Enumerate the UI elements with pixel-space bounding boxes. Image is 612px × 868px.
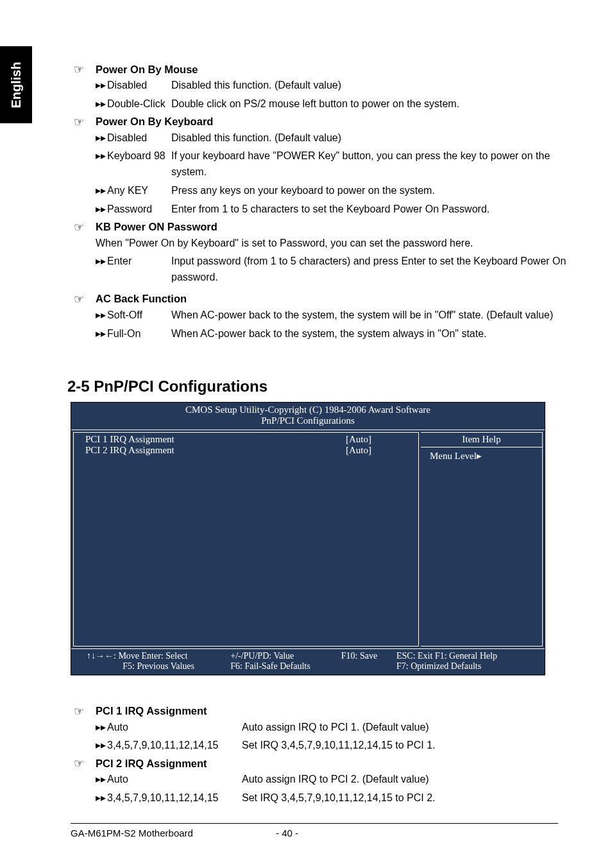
option-row: ▸▸ Password Enter from 1 to 5 characters…: [96, 202, 568, 218]
language-tab: English: [0, 46, 32, 123]
bios-screenshot: CMOS Setup Utility-Copyright (C) 1984-20…: [71, 402, 545, 675]
option-desc: When AC-power back to the system, the sy…: [171, 308, 568, 324]
option-label: Enter: [107, 254, 171, 286]
option-desc: Disabled this function. (Default value): [171, 130, 568, 146]
footer-product: GA-M61PM-S2 Motherboard: [71, 828, 276, 838]
bios-help-panel: Item Help Menu Level▸: [421, 432, 543, 647]
hand-icon: ☞: [74, 756, 88, 770]
option-row: ▸▸ Full-On When AC-power back to the sys…: [96, 326, 568, 342]
arrow-icon: ▸▸: [96, 96, 107, 112]
option-desc: When AC-power back to the system, the sy…: [171, 326, 568, 342]
section-title: AC Back Function: [96, 293, 187, 305]
option-row: ▸▸ 3,4,5,7,9,10,11,12,14,15 Set IRQ 3,4,…: [96, 738, 568, 754]
section-title: PCI 1 IRQ Assignment: [96, 705, 207, 717]
section-pci2: ☞ PCI 2 IRQ Assignment: [74, 756, 568, 770]
option-label: Auto: [107, 720, 242, 736]
section-title: Power On By Mouse: [96, 64, 198, 76]
option-label: 3,4,5,7,9,10,11,12,14,15: [107, 738, 242, 754]
bios-row: PCI 1 IRQ Assignment [Auto]: [85, 434, 407, 445]
bios-footer-text: F5: Previous Values: [87, 661, 230, 672]
page-footer: GA-M61PM-S2 Motherboard - 40 -: [71, 823, 558, 838]
section-ac-back: ☞ AC Back Function: [74, 292, 568, 306]
bios-footer-text: +/-/PU/PD: Value: [230, 651, 341, 661]
option-label: Full-On: [107, 326, 171, 342]
arrow-icon: ▸▸: [96, 130, 107, 146]
bios-footer-text: F7: Optimized Defaults: [396, 661, 529, 672]
arrow-icon: ▸▸: [96, 148, 107, 180]
bios-footer-text: F10: Save: [341, 651, 396, 661]
arrow-icon: ▸▸: [96, 202, 107, 218]
section-pci1: ☞ PCI 1 IRQ Assignment: [74, 704, 568, 718]
option-desc: Input password (from 1 to 5 characters) …: [171, 254, 568, 286]
arrow-icon: ▸▸: [96, 326, 107, 342]
option-label: Any KEY: [107, 183, 171, 199]
bios-row-value: [Auto]: [310, 434, 407, 445]
option-label: Soft-Off: [107, 308, 171, 324]
section-kb-password: ☞ KB Power ON Password: [74, 220, 568, 234]
bios-footer: ↑↓→←: Move Enter: Select F5: Previous Va…: [71, 648, 545, 675]
section-title: Power On By Keyboard: [96, 116, 213, 128]
page-content: ☞ Power On By Mouse ▸▸ Disabled Disabled…: [74, 61, 568, 809]
option-row: ▸▸ Auto Auto assign IRQ to PCI 1. (Defau…: [96, 720, 568, 736]
arrow-icon: ▸▸: [96, 720, 107, 736]
hand-icon: ☞: [74, 704, 88, 718]
option-row: ▸▸ Enter Input password (from 1 to 5 cha…: [96, 254, 568, 286]
option-row: ▸▸ Auto Auto assign IRQ to PCI 2. (Defau…: [96, 772, 568, 788]
bios-row: PCI 2 IRQ Assignment [Auto]: [85, 445, 407, 456]
bios-header-line1: CMOS Setup Utility-Copyright (C) 1984-20…: [71, 404, 545, 415]
bios-header: CMOS Setup Utility-Copyright (C) 1984-20…: [71, 403, 545, 430]
lower-sections: ☞ PCI 1 IRQ Assignment ▸▸ Auto Auto assi…: [74, 704, 568, 806]
bios-row-label: PCI 1 IRQ Assignment: [85, 434, 310, 445]
arrow-icon: ▸▸: [96, 738, 107, 754]
arrow-icon: ▸▸: [96, 254, 107, 286]
footer-page-number: - 40 -: [276, 828, 353, 838]
bios-header-line2: PnP/PCI Configurations: [71, 415, 545, 426]
bios-row-value: [Auto]: [310, 445, 407, 456]
arrow-icon: ▸▸: [96, 78, 107, 94]
bios-help-menu: Menu Level▸: [430, 450, 533, 462]
option-desc: Set IRQ 3,4,5,7,9,10,11,12,14,15 to PCI …: [242, 790, 568, 806]
option-row: ▸▸ Soft-Off When AC-power back to the sy…: [96, 308, 568, 324]
section-power-keyboard: ☞ Power On By Keyboard: [74, 115, 568, 129]
hand-icon: ☞: [74, 220, 88, 234]
arrow-icon: ▸▸: [96, 772, 107, 788]
option-desc: Enter from 1 to 5 characters to set the …: [171, 202, 568, 218]
option-row: ▸▸ Disabled Disabled this function. (Def…: [96, 78, 568, 94]
arrow-icon: ▸▸: [96, 308, 107, 324]
section-power-mouse: ☞ Power On By Mouse: [74, 62, 568, 76]
option-desc: Auto assign IRQ to PCI 1. (Default value…: [242, 720, 568, 736]
language-label: English: [9, 62, 24, 108]
hand-icon: ☞: [74, 62, 88, 76]
section-title: PCI 2 IRQ Assignment: [96, 758, 207, 770]
bios-footer-text: ESC: Exit F1: General Help: [396, 651, 529, 661]
option-desc: Set IRQ 3,4,5,7,9,10,11,12,14,15 to PCI …: [242, 738, 568, 754]
section-title: KB Power ON Password: [96, 221, 217, 233]
option-label: Auto: [107, 772, 242, 788]
hand-icon: ☞: [74, 115, 88, 129]
bios-help-title: Item Help: [430, 434, 533, 445]
option-row: ▸▸ Disabled Disabled this function. (Def…: [96, 130, 568, 146]
option-label: Disabled: [107, 78, 171, 94]
option-label: 3,4,5,7,9,10,11,12,14,15: [107, 790, 242, 806]
option-desc: If your keyboard have "POWER Key" button…: [171, 148, 568, 180]
bios-left-panel: PCI 1 IRQ Assignment [Auto] PCI 2 IRQ As…: [73, 432, 419, 647]
option-label: Keyboard 98: [107, 148, 171, 180]
option-label: Double-Click: [107, 96, 171, 112]
option-desc: Disabled this function. (Default value): [171, 78, 568, 94]
arrow-icon: ▸▸: [96, 790, 107, 806]
bios-row-label: PCI 2 IRQ Assignment: [85, 445, 310, 456]
option-row: ▸▸ Keyboard 98 If your keyboard have "PO…: [96, 148, 568, 180]
arrow-icon: ▸▸: [96, 183, 107, 199]
option-desc: Double click on PS/2 mouse left button t…: [171, 96, 568, 112]
option-row: ▸▸ 3,4,5,7,9,10,11,12,14,15 Set IRQ 3,4,…: [96, 790, 568, 806]
bios-footer-text: F6: Fail-Safe Defaults: [230, 661, 341, 672]
option-label: Password: [107, 202, 171, 218]
bios-footer-text: ↑↓→←: Move Enter: Select: [87, 651, 230, 661]
section-note: When "Power On by Keyboard" is set to Pa…: [96, 236, 568, 252]
option-desc: Auto assign IRQ to PCI 2. (Default value…: [242, 772, 568, 788]
bios-body: PCI 1 IRQ Assignment [Auto] PCI 2 IRQ As…: [71, 430, 545, 648]
option-label: Disabled: [107, 130, 171, 146]
option-desc: Press any keys on your keyboard to power…: [171, 183, 568, 199]
option-row: ▸▸ Double-Click Double click on PS/2 mou…: [96, 96, 568, 112]
heading-2-5: 2-5 PnP/PCI Configurations: [67, 378, 568, 395]
